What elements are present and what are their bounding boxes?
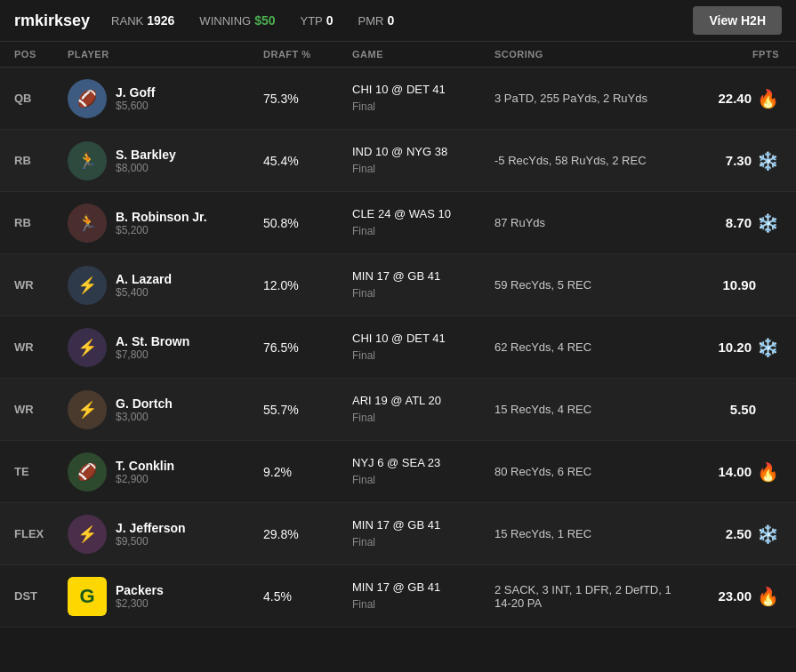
view-h2h-button[interactable]: View H2H — [693, 6, 782, 35]
fpts-value: 5.50 — [730, 402, 756, 417]
position-cell: RB — [14, 216, 68, 229]
player-info: A. Lazard $5,400 — [116, 272, 172, 299]
game-final: Final — [352, 598, 375, 611]
fpts-value: 14.00 — [718, 464, 752, 479]
fpts-value: 7.30 — [726, 153, 752, 168]
winning-stat: WINNING $50 — [199, 13, 275, 28]
draft-pct-cell: 76.5% — [263, 340, 352, 355]
scoring-cell: 80 RecYds, 6 REC — [494, 465, 690, 478]
position-cell: WR — [14, 340, 68, 354]
col-draft-pct: DRAFT % — [263, 49, 352, 60]
player-info: A. St. Brown $7,800 — [116, 334, 189, 361]
game-cell: ARI 19 @ ATL 20 Final — [352, 393, 494, 425]
game-final: Final — [352, 100, 375, 113]
fpts-value: 22.40 — [718, 91, 752, 106]
game-cell: MIN 17 @ GB 41 Final — [352, 517, 494, 549]
fpts-cell: 5.50 — [690, 402, 779, 417]
game-cell: CLE 24 @ WAS 10 Final — [352, 206, 494, 238]
table-row: TE 🏈 T. Conklin $2,900 9.2% NYJ 6 @ SEA … — [0, 441, 796, 503]
player-info: B. Robinson Jr. $5,200 — [116, 210, 207, 236]
player-cell: ⚡ J. Jefferson $9,500 — [68, 515, 263, 554]
winning-value: $50 — [254, 13, 275, 28]
player-cell: G Packers $2,300 — [68, 577, 263, 616]
player-salary: $5,600 — [116, 100, 155, 112]
scoring-cell: 59 RecYds, 5 REC — [494, 278, 690, 292]
draft-pct-cell: 50.8% — [263, 216, 352, 230]
avatar: 🏈 — [68, 79, 107, 118]
snowflake-icon: ❄️ — [757, 337, 779, 358]
avatar: ⚡ — [68, 266, 107, 305]
game-final: Final — [352, 474, 375, 486]
avatar: ⚡ — [68, 515, 107, 554]
game-final: Final — [352, 412, 375, 424]
fpts-value: 8.70 — [726, 215, 752, 230]
player-info: Packers $2,300 — [116, 583, 164, 610]
fpts-cell: 23.00 🔥 — [690, 586, 779, 607]
col-pos: POS — [14, 49, 68, 60]
fpts-cell: 8.70 ❄️ — [690, 212, 779, 234]
player-name: G. Dortch — [116, 396, 173, 411]
avatar: 🏈 — [68, 452, 107, 492]
scoring-cell: 3 PaTD, 255 PaYds, 2 RuYds — [494, 92, 690, 105]
player-salary: $7,800 — [116, 348, 189, 361]
scoring-cell: 87 RuYds — [494, 216, 690, 229]
pmr-stat: PMR 0 — [358, 13, 395, 28]
fpts-cell: 2.50 ❄️ — [690, 524, 779, 545]
pmr-label: PMR — [358, 14, 384, 28]
username: rmkirksey — [14, 12, 90, 30]
col-fpts: FPTS — [690, 49, 779, 60]
draft-pct-cell: 45.4% — [263, 154, 352, 168]
player-salary: $2,300 — [116, 597, 164, 610]
position-cell: FLEX — [14, 527, 68, 540]
game-cell: MIN 17 @ GB 41 Final — [352, 268, 494, 300]
player-info: S. Barkley $8,000 — [116, 148, 176, 174]
pmr-value: 0 — [387, 13, 394, 28]
avatar: ⚡ — [68, 390, 107, 429]
player-cell: 🏃 S. Barkley $8,000 — [68, 141, 263, 180]
header: rmkirksey RANK 1926 WINNING $50 YTP 0 PM… — [0, 0, 796, 42]
scoring-cell: 2 SACK, 3 INT, 1 DFR, 2 DefTD, 1 14-20 P… — [494, 583, 690, 610]
ytp-label: YTP — [301, 14, 323, 28]
scoring-cell: 62 RecYds, 4 REC — [494, 340, 690, 354]
flame-icon: 🔥 — [757, 586, 779, 607]
player-cell: 🏈 T. Conklin $2,900 — [68, 452, 263, 492]
position-cell: WR — [14, 403, 68, 416]
game-cell: NYJ 6 @ SEA 23 Final — [352, 455, 494, 487]
player-name: A. Lazard — [116, 272, 172, 286]
ytp-value: 0 — [326, 13, 334, 28]
player-salary: $9,500 — [116, 535, 186, 548]
table-row: RB 🏃 B. Robinson Jr. $5,200 50.8% CLE 24… — [0, 192, 796, 254]
rank-label: RANK — [111, 14, 143, 28]
player-info: J. Jefferson $9,500 — [116, 521, 186, 548]
column-headers: POS PLAYER DRAFT % GAME SCORING FPTS — [0, 42, 796, 68]
winning-label: WINNING — [199, 14, 251, 28]
player-salary: $5,200 — [116, 224, 207, 236]
table-row: WR ⚡ A. Lazard $5,400 12.0% MIN 17 @ GB … — [0, 254, 796, 316]
table-row: DST G Packers $2,300 4.5% MIN 17 @ GB 41… — [0, 565, 796, 628]
game-final: Final — [352, 225, 375, 237]
player-salary: $8,000 — [116, 162, 176, 174]
game-final: Final — [352, 287, 375, 300]
fpts-value: 10.90 — [722, 277, 756, 292]
player-name: S. Barkley — [116, 148, 176, 162]
scoring-cell: 15 RecYds, 1 REC — [494, 527, 690, 540]
fpts-cell: 22.40 🔥 — [690, 88, 779, 109]
position-cell: QB — [14, 92, 68, 105]
scoring-cell: 15 RecYds, 4 REC — [494, 403, 690, 416]
fpts-value: 2.50 — [726, 526, 752, 541]
rank-value: 1926 — [147, 13, 174, 28]
draft-pct-cell: 9.2% — [263, 465, 352, 479]
snowflake-icon: ❄️ — [757, 524, 779, 545]
fpts-cell: 10.20 ❄️ — [690, 337, 779, 358]
rank-stat: RANK 1926 — [111, 13, 174, 28]
player-cell: 🏃 B. Robinson Jr. $5,200 — [68, 204, 263, 243]
player-name: T. Conklin — [116, 459, 174, 473]
draft-pct-cell: 55.7% — [263, 403, 352, 417]
draft-pct-cell: 4.5% — [263, 589, 352, 604]
fpts-cell: 14.00 🔥 — [690, 461, 779, 483]
player-name: B. Robinson Jr. — [116, 210, 207, 224]
player-cell: ⚡ A. St. Brown $7,800 — [68, 328, 263, 367]
table-row: WR ⚡ G. Dortch $3,000 55.7% ARI 19 @ ATL… — [0, 379, 796, 441]
scoring-cell: -5 RecYds, 58 RuYds, 2 REC — [494, 154, 690, 167]
player-info: G. Dortch $3,000 — [116, 396, 173, 423]
